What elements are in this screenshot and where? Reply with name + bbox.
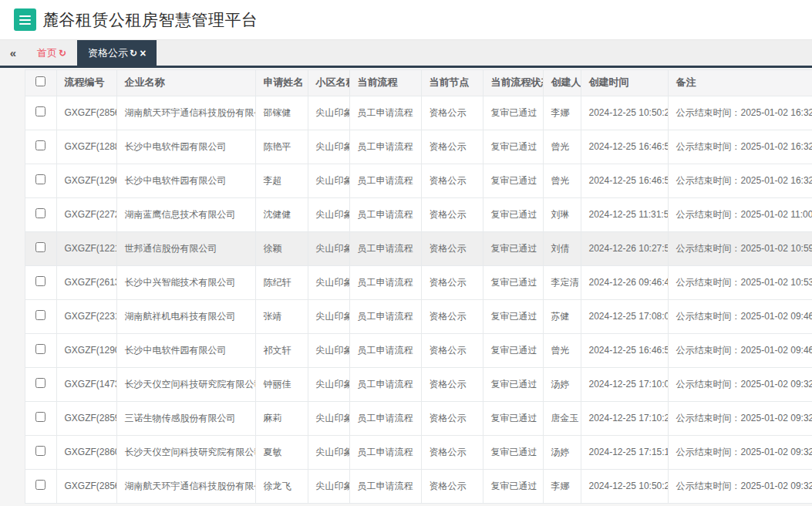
cell-creator: 李定清 bbox=[543, 265, 581, 299]
row-checkbox[interactable] bbox=[35, 412, 45, 422]
row-checkbox[interactable] bbox=[35, 378, 45, 388]
cell-community: 尖山印象 bbox=[308, 164, 349, 197]
table-header-row: 流程编号企业名称申请姓名小区名称当前流程当前节点当前流程状态创建人创建时间备注 bbox=[25, 70, 812, 96]
cell-status: 复审已通过 bbox=[483, 367, 543, 401]
table-row[interactable]: GXGZF(26131)长沙中兴智能技术有限公司陈纪轩尖山印象员工申请流程资格公… bbox=[25, 265, 812, 299]
cell-remark: 公示结束时间：2025-01-02 09:46:57 bbox=[668, 299, 812, 333]
row-checkbox[interactable] bbox=[35, 242, 45, 252]
cell-community: 尖山印象 bbox=[308, 333, 349, 367]
table-row[interactable]: GXGZF(22310)湖南航祥机电科技有限公司张靖尖山印象员工申请流程资格公示… bbox=[25, 299, 812, 333]
cell-process: 员工申请流程 bbox=[349, 299, 421, 333]
cell-community: 尖山印象 bbox=[308, 197, 349, 231]
row-checkbox[interactable] bbox=[35, 344, 45, 354]
row-checkbox[interactable] bbox=[35, 106, 45, 116]
close-icon[interactable]: × bbox=[140, 48, 146, 59]
cell-remark: 公示结束时间：2025-01-02 10:53:14 bbox=[668, 265, 812, 299]
table-row[interactable]: GXGZF(1296)长沙中电软件园有限公司李超尖山印象员工申请流程资格公示复审… bbox=[25, 164, 812, 197]
cell-company: 世邦通信股份有限公司 bbox=[116, 231, 255, 265]
cell-node: 资格公示 bbox=[421, 299, 483, 333]
cell-id: GXGZF(26131) bbox=[56, 265, 116, 299]
table-row[interactable]: GXGZF(28567)湖南航天环宇通信科技股份有限公司徐龙飞尖山印象员工申请流… bbox=[25, 469, 812, 503]
cell-created: 2024-12-25 17:15:11 bbox=[581, 435, 668, 469]
cell-status: 复审已通过 bbox=[483, 435, 543, 469]
table-row[interactable]: GXGZF(28563)湖南航天环宇通信科技股份有限公司邵镓健尖山印象员工申请流… bbox=[25, 96, 812, 130]
column-header-3: 小区名称 bbox=[308, 70, 349, 96]
row-checkbox-cell bbox=[25, 265, 56, 299]
cell-process: 员工申请流程 bbox=[349, 435, 421, 469]
cell-node: 资格公示 bbox=[421, 130, 483, 164]
cell-company: 湖南航天环宇通信科技股份有限公司 bbox=[116, 469, 255, 503]
collapse-tabs-icon[interactable]: « bbox=[0, 40, 26, 66]
cell-status: 复审已通过 bbox=[483, 469, 543, 503]
table-row[interactable]: GXGZF(28604)长沙天仪空间科技研究院有限公司夏敏尖山印象员工申请流程资… bbox=[25, 435, 812, 469]
row-checkbox-cell bbox=[25, 197, 56, 231]
cell-created: 2024-12-25 10:50:23 bbox=[581, 469, 668, 503]
cell-process: 员工申请流程 bbox=[349, 469, 421, 503]
cell-id: GXGZF(1288) bbox=[56, 130, 116, 164]
row-checkbox[interactable] bbox=[35, 276, 45, 286]
cell-process: 员工申请流程 bbox=[349, 333, 421, 367]
cell-id: GXGZF(28567) bbox=[56, 469, 116, 503]
cell-remark: 公示结束时间：2025-01-02 11:00:04 bbox=[668, 197, 812, 231]
cell-node: 资格公示 bbox=[421, 197, 483, 231]
cell-process: 员工申请流程 bbox=[349, 164, 421, 197]
cell-remark: 公示结束时间：2025-01-02 09:32:34 bbox=[668, 401, 812, 435]
cell-applicant: 徐颖 bbox=[255, 231, 308, 265]
app-header: 麓谷租赁公租房智慧管理平台 bbox=[0, 0, 812, 40]
cell-community: 尖山印象 bbox=[308, 367, 349, 401]
row-checkbox[interactable] bbox=[35, 446, 45, 456]
tab-qualification-publicity[interactable]: 资格公示 ↻ × bbox=[77, 40, 157, 66]
row-checkbox[interactable] bbox=[35, 208, 45, 218]
cell-status: 复审已通过 bbox=[483, 299, 543, 333]
cell-creator: 刘琳 bbox=[543, 197, 581, 231]
cell-community: 尖山印象 bbox=[308, 96, 349, 130]
column-header-5: 当前节点 bbox=[421, 70, 483, 96]
cell-node: 资格公示 bbox=[421, 164, 483, 197]
cell-process: 员工申请流程 bbox=[349, 231, 421, 265]
cell-node: 资格公示 bbox=[421, 469, 483, 503]
select-all-header-cell bbox=[25, 70, 56, 96]
row-checkbox[interactable] bbox=[35, 174, 45, 184]
cell-creator: 曾光 bbox=[543, 130, 581, 164]
table-row[interactable]: GXGZF(12212)世邦通信股份有限公司徐颖尖山印象员工申请流程资格公示复审… bbox=[25, 231, 812, 265]
tab-home[interactable]: 首页 ↻ bbox=[26, 40, 77, 66]
refresh-icon[interactable]: ↻ bbox=[130, 48, 137, 59]
cell-creator: 刘倩 bbox=[543, 231, 581, 265]
column-header-9: 备注 bbox=[668, 70, 812, 96]
cell-status: 复审已通过 bbox=[483, 164, 543, 197]
cell-id: GXGZF(28597) bbox=[56, 401, 116, 435]
table-row[interactable]: GXGZF(1290)长沙中电软件园有限公司祁文轩尖山印象员工申请流程资格公示复… bbox=[25, 333, 812, 367]
cell-company: 三诺生物传感股份有限公司 bbox=[116, 401, 255, 435]
main-content: 流程编号企业名称申请姓名小区名称当前流程当前节点当前流程状态创建人创建时间备注 … bbox=[0, 68, 812, 504]
cell-company: 长沙中电软件园有限公司 bbox=[116, 164, 255, 197]
row-checkbox[interactable] bbox=[35, 480, 45, 490]
table-row[interactable]: GXGZF(14732)长沙天仪空间科技研究院有限公司钟丽佳尖山印象员工申请流程… bbox=[25, 367, 812, 401]
cell-remark: 公示结束时间：2025-01-02 10:59:56 bbox=[668, 231, 812, 265]
column-header-0: 流程编号 bbox=[56, 70, 116, 96]
cell-created: 2024-12-25 17:10:07 bbox=[581, 367, 668, 401]
cell-applicant: 陈艳平 bbox=[255, 130, 308, 164]
row-checkbox-cell bbox=[25, 435, 56, 469]
cell-company: 湖南航祥机电科技有限公司 bbox=[116, 299, 255, 333]
cell-created: 2024-12-25 16:46:50 bbox=[581, 164, 668, 197]
cell-remark: 公示结束时间：2025-01-02 09:32:24 bbox=[668, 435, 812, 469]
row-checkbox-cell bbox=[25, 164, 56, 197]
row-checkbox-cell bbox=[25, 469, 56, 503]
row-checkbox[interactable] bbox=[35, 140, 45, 150]
refresh-icon[interactable]: ↻ bbox=[59, 48, 66, 59]
cell-applicant: 李超 bbox=[255, 164, 308, 197]
cell-node: 资格公示 bbox=[421, 401, 483, 435]
select-all-checkbox[interactable] bbox=[35, 76, 45, 86]
column-header-4: 当前流程 bbox=[349, 70, 421, 96]
cell-applicant: 张靖 bbox=[255, 299, 308, 333]
table-row[interactable]: GXGZF(1288)长沙中电软件园有限公司陈艳平尖山印象员工申请流程资格公示复… bbox=[25, 130, 812, 164]
hamburger-menu-button[interactable] bbox=[14, 8, 36, 31]
table-row[interactable]: GXGZF(28597)三诺生物传感股份有限公司麻莉尖山印象员工申请流程资格公示… bbox=[25, 401, 812, 435]
table-row[interactable]: GXGZF(22729)湖南蓝鹰信息技术有限公司沈健健尖山印象员工申请流程资格公… bbox=[25, 197, 812, 231]
cell-community: 尖山印象 bbox=[308, 469, 349, 503]
cell-created: 2024-12-25 11:31:53 bbox=[581, 197, 668, 231]
row-checkbox-cell bbox=[25, 231, 56, 265]
row-checkbox-cell bbox=[25, 333, 56, 367]
cell-community: 尖山印象 bbox=[308, 401, 349, 435]
row-checkbox[interactable] bbox=[35, 310, 45, 320]
